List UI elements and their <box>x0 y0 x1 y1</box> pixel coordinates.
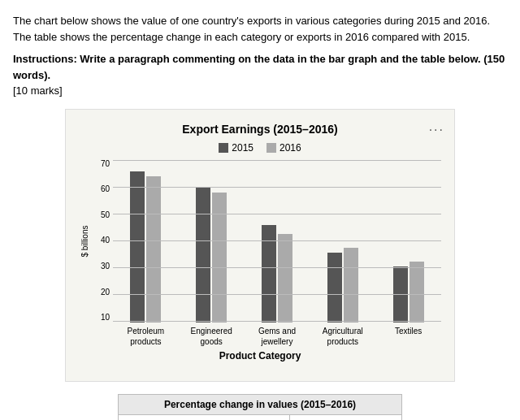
bar-2015-0 <box>130 171 145 323</box>
y-tick-10: 10 <box>101 314 113 322</box>
more-button[interactable]: ... <box>429 119 444 134</box>
y-tick-60: 60 <box>101 185 113 193</box>
bar-group-4 <box>375 262 441 322</box>
y-axis-label: $ billions <box>80 209 89 274</box>
legend-2016: 2016 <box>266 142 301 154</box>
chart-legend: 2015 2016 <box>79 142 441 154</box>
y-tick-30: 30 <box>101 262 113 271</box>
legend-2015: 2015 <box>219 142 254 154</box>
y-tick-50: 50 <box>101 211 113 219</box>
percentage-table: Percentage change in values (2015–2016) … <box>118 394 402 421</box>
bar-2016-2 <box>278 234 292 323</box>
instructions-text: Instructions: Write a paragraph commenti… <box>13 51 507 83</box>
legend-2015-label: 2015 <box>232 142 254 154</box>
bar-2015-4 <box>393 266 408 323</box>
bar-group-2 <box>245 225 310 323</box>
y-tick-70: 70 <box>101 160 113 168</box>
table-body: Petroleum products▲3%Engineered goods▲8.… <box>119 414 402 420</box>
bars-row <box>113 160 441 323</box>
table-cell-value: ▲3% <box>290 414 402 420</box>
x-label-2: Gems andjewellery <box>245 323 310 347</box>
bar-2015-1 <box>196 188 210 323</box>
bar-2016-1 <box>212 193 227 323</box>
bar-2015-2 <box>262 225 276 323</box>
bar-group-3 <box>310 248 375 322</box>
x-label-3: Agriculturalproducts <box>310 323 375 347</box>
chart-container: ... Export Earnings (2015–2016) 2015 201… <box>65 109 455 382</box>
bar-2016-0 <box>146 176 161 323</box>
bars-area <box>113 160 441 323</box>
x-labels-row: PetroleumproductsEngineeredgoodsGems and… <box>113 323 441 347</box>
data-table: Percentage change in values (2015–2016) … <box>118 394 402 421</box>
x-label-4: Textiles <box>375 323 441 347</box>
marks-text: [10 marks] <box>13 83 507 99</box>
x-axis-title: Product Category <box>79 350 441 362</box>
table-header: Percentage change in values (2015–2016) <box>119 394 402 414</box>
intro-text: The chart below shows the value of one c… <box>13 13 507 45</box>
bar-2016-3 <box>344 248 358 322</box>
legend-2016-label: 2016 <box>280 142 301 154</box>
y-tick-20: 20 <box>101 288 113 297</box>
bar-group-1 <box>179 188 245 323</box>
x-label-0: Petroleumproducts <box>113 323 179 347</box>
legend-2015-box <box>219 143 228 153</box>
bar-2016-4 <box>410 262 424 322</box>
bar-2015-3 <box>327 253 342 323</box>
y-tick-40: 40 <box>101 236 113 245</box>
x-label-1: Engineeredgoods <box>179 323 245 347</box>
chart-title: Export Earnings (2015–2016) <box>79 123 441 136</box>
table-row: Petroleum products▲3% <box>119 414 402 420</box>
legend-2016-box <box>266 143 276 153</box>
bar-group-0 <box>113 171 179 323</box>
table-cell-category: Petroleum products <box>119 414 290 420</box>
